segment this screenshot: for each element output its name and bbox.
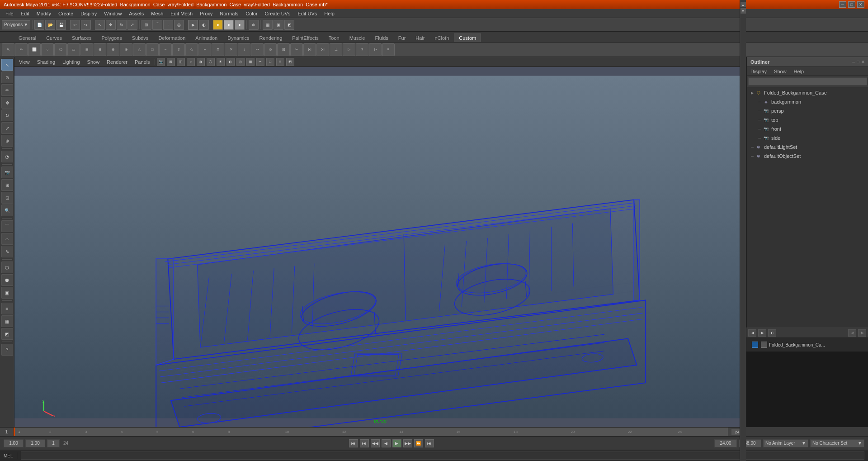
lft-anim-btn[interactable]: ◩ — [1, 328, 13, 340]
current-frame-input[interactable] — [25, 439, 45, 447]
tree-item-front[interactable]: ─ 📷 front — [748, 124, 868, 133]
bp-btn-r2[interactable]: ▷ — [858, 329, 866, 337]
tree-item-defaultobjectset[interactable]: ─ ⊕ defaultObjectSet — [748, 152, 868, 161]
tree-item-folded-backgammon-case[interactable]: ▶ ⬡ Folded_Backgammon_Case — [748, 88, 868, 97]
lft-dolly-btn[interactable]: ⊡ — [1, 192, 13, 204]
display-mode-3[interactable]: ◩ — [284, 20, 294, 30]
lft-move-btn[interactable]: ✥ — [1, 97, 13, 109]
outliner-menu-show[interactable]: Show — [772, 68, 788, 75]
menu-modify[interactable]: Modify — [33, 10, 55, 17]
outliner-close-btn[interactable]: ✕ — [861, 60, 865, 64]
shelf-tab-deformation[interactable]: Deformation — [153, 33, 190, 42]
shelf-icon-extract[interactable]: ⊗ — [120, 43, 132, 56]
vt-tex-btn[interactable]: ⬡ — [207, 58, 215, 66]
lft-universal-btn[interactable]: ⊕ — [1, 135, 13, 147]
pb-go-end[interactable]: ⏭ — [425, 439, 434, 447]
lft-soft-btn[interactable]: ◔ — [1, 151, 13, 162]
outliner-menu-display[interactable]: Display — [749, 68, 769, 75]
vt-smooth-btn[interactable]: ○ — [187, 58, 195, 66]
shelf-tab-general[interactable]: General — [14, 33, 41, 42]
rotate-tool-btn[interactable]: ↻ — [117, 20, 127, 30]
outliner-search-input[interactable] — [748, 77, 867, 86]
menu-mesh[interactable]: Mesh — [147, 10, 167, 17]
shelf-tab-painteffects[interactable]: PaintEffects — [287, 33, 324, 42]
pb-prev-key[interactable]: ⏭ — [360, 439, 369, 447]
tree-item-backgammon[interactable]: ─ ◈ backgammon — [748, 97, 868, 106]
anim-layer-dropdown[interactable]: No Anim Layer ▼ — [763, 439, 808, 447]
lft-curve-btn[interactable]: ⌒ — [1, 220, 13, 232]
menu-assets[interactable]: Assets — [125, 10, 147, 17]
vt-hud-btn[interactable]: ◩ — [286, 58, 294, 66]
pb-next-key[interactable]: ⏩ — [414, 439, 423, 447]
bp-btn-r1[interactable]: ◁ — [848, 329, 856, 337]
shelf-icon-bevel[interactable]: ◇ — [185, 43, 198, 56]
snap-point-btn[interactable]: · — [163, 20, 173, 30]
shelf-icon-cyl[interactable]: ⬡ — [54, 43, 67, 56]
shelf-tab-surfaces[interactable]: Surfaces — [67, 33, 96, 42]
vt-lighting[interactable]: Lighting — [60, 58, 83, 66]
menu-edit-mesh[interactable]: Edit Mesh — [167, 10, 196, 17]
menu-proxy[interactable]: Proxy — [196, 10, 216, 17]
maximize-button[interactable]: □ — [848, 1, 855, 8]
display-mode-1[interactable]: ▦ — [263, 20, 273, 30]
shelf-tab-animation[interactable]: Animation — [190, 33, 222, 42]
shelf-tab-hair[interactable]: Hair — [410, 33, 429, 42]
lft-track-btn[interactable]: ⊞ — [1, 179, 13, 191]
menu-create[interactable]: Create — [55, 10, 77, 17]
vt-gate-btn[interactable]: □ — [266, 58, 274, 66]
lft-select-btn[interactable]: ↖ — [1, 59, 13, 71]
lft-pencil-btn[interactable]: ✎ — [1, 246, 13, 257]
lft-subdiv-btn[interactable]: ▣ — [1, 287, 13, 299]
shelf-icon-sphere[interactable]: ○ — [41, 43, 54, 56]
shelf-tab-ncloth[interactable]: nCloth — [430, 33, 454, 42]
playback-start-input[interactable] — [4, 439, 24, 447]
menu-create-uvs[interactable]: Create UVs — [261, 10, 294, 17]
vt-resolution-btn[interactable]: ▦ — [246, 58, 255, 66]
shelf-tab-custom[interactable]: Custom — [454, 33, 481, 42]
vt-renderer[interactable]: Renderer — [104, 58, 130, 66]
outliner-menu-help[interactable]: Help — [792, 68, 806, 75]
shelf-tab-subdvs[interactable]: Subdvs — [127, 33, 154, 42]
menu-color[interactable]: Color — [242, 10, 261, 17]
lft-surface-btn[interactable]: ⬡ — [1, 261, 13, 273]
tree-item-top[interactable]: ─ 📷 top — [748, 115, 868, 124]
viewport-inner[interactable]: persp x y — [14, 67, 746, 427]
mel-input[interactable] — [21, 451, 864, 460]
shelf-icon-normals[interactable]: ⊥ — [330, 43, 342, 56]
menu-file[interactable]: File — [2, 10, 17, 17]
redo-btn[interactable]: ↪ — [81, 20, 91, 30]
vt-shadow-btn[interactable]: ◐ — [226, 58, 235, 66]
shelf-icon-smooth[interactable]: ~ — [159, 43, 172, 56]
menu-help[interactable]: Help — [321, 10, 338, 17]
show-manip-btn[interactable]: ⊕ — [249, 20, 259, 30]
undo-btn[interactable]: ↩ — [70, 20, 80, 30]
select-tool-btn[interactable]: ↖ — [95, 20, 105, 30]
vt-sel-btn[interactable]: ≡ — [276, 58, 284, 66]
shelf-icon-delete[interactable]: ✕ — [225, 43, 237, 56]
save-scene-btn[interactable]: 💾 — [56, 20, 66, 30]
vt-view[interactable]: View — [16, 58, 33, 66]
vt-panels[interactable]: Panels — [132, 58, 153, 66]
vt-show[interactable]: Show — [85, 58, 103, 66]
shelf-tab-dynamics[interactable]: Dynamics — [222, 33, 254, 42]
shelf-icon-extra1[interactable]: ⊳ — [369, 43, 382, 56]
lft-arc-btn[interactable]: ⌓ — [1, 233, 13, 245]
lft-zoom-btn[interactable]: 🔍 — [1, 204, 13, 216]
vt-clip-btn[interactable]: ✂ — [256, 58, 264, 66]
frame-step-input[interactable] — [47, 439, 60, 447]
light3-btn[interactable]: ● — [235, 20, 245, 30]
shelf-icon-playback[interactable]: ▷ — [343, 43, 355, 56]
shelf-icon-triangulate[interactable]: △ — [133, 43, 146, 56]
menu-display[interactable]: Display — [77, 10, 100, 17]
outliner-minimize-btn[interactable]: ─ — [852, 60, 855, 64]
tree-item-persp[interactable]: ─ 📷 persp — [748, 106, 868, 115]
lft-question-btn[interactable]: ? — [1, 344, 13, 356]
pb-go-start[interactable]: ⏮ — [349, 439, 358, 447]
lft-paint-btn[interactable]: ✏ — [1, 84, 13, 96]
menu-edit-uvs[interactable]: Edit UVs — [294, 10, 321, 17]
mode-dropdown[interactable]: Polygons ▼ — [2, 20, 30, 29]
snap-grid-btn[interactable]: ⊞ — [142, 20, 151, 30]
lft-camera-btn[interactable]: 📷 — [1, 166, 13, 178]
bp-toggle1[interactable]: ◐ — [768, 329, 776, 337]
pb-step-fwd[interactable]: ▶▶ — [403, 439, 412, 447]
